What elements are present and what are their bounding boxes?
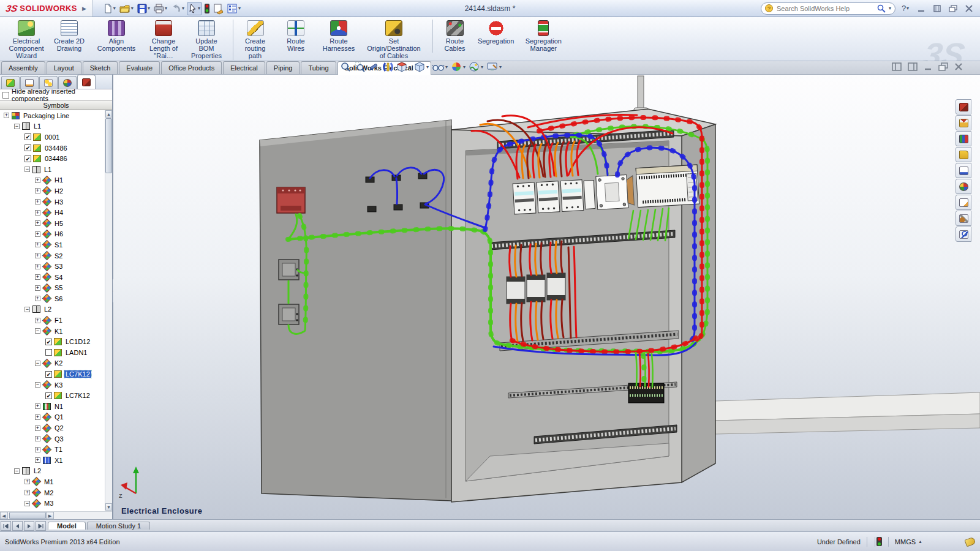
plus-toggle[interactable]: +: [35, 253, 40, 258]
minus-toggle[interactable]: −: [14, 124, 20, 129]
plus-toggle[interactable]: +: [4, 113, 9, 118]
search-scope-arrow[interactable]: ▾: [889, 6, 891, 11]
help-search-box[interactable]: ? ▾: [761, 2, 895, 15]
tab-assembly[interactable]: Assembly: [1, 61, 45, 74]
show-right-pane-button[interactable]: [908, 62, 918, 71]
tab-hierarchy[interactable]: [39, 76, 58, 89]
tree-item[interactable]: + H6: [0, 229, 105, 240]
hide-show-items-button[interactable]: ▾: [432, 62, 448, 72]
ribbon-length-button[interactable]: Change Length of "Rai…: [143, 20, 184, 60]
plus-toggle[interactable]: +: [35, 414, 40, 420]
visibility-checkbox[interactable]: [24, 133, 31, 140]
tree-vertical-scrollbar[interactable]: ▲ ▼: [105, 110, 112, 511]
tree-item[interactable]: + Q3: [0, 433, 105, 444]
tree-item[interactable]: + S4: [0, 272, 105, 283]
tree-item[interactable]: LC1D12: [0, 336, 105, 347]
zoom-to-selection-button[interactable]: [369, 62, 379, 72]
plus-toggle[interactable]: +: [35, 178, 40, 183]
tree-item[interactable]: − L1: [0, 164, 105, 175]
conveyor[interactable]: [715, 392, 980, 434]
plus-toggle[interactable]: +: [35, 318, 40, 323]
tab-view-palette[interactable]: [956, 163, 971, 178]
plus-toggle[interactable]: +: [35, 447, 40, 452]
edit-appearance-button[interactable]: ▾: [451, 62, 466, 72]
dropdown-arrow[interactable]: ▾: [445, 64, 448, 70]
close-button[interactable]: [963, 4, 975, 13]
tab-motion-study-1[interactable]: Motion Study 1: [87, 522, 150, 530]
tree-item[interactable]: − L1: [0, 121, 105, 132]
plus-toggle[interactable]: +: [35, 264, 40, 269]
last-tab-button[interactable]: [36, 521, 46, 531]
tab-electrical-manager[interactable]: [956, 99, 971, 114]
tree-item[interactable]: + H2: [0, 186, 105, 197]
tab-appearances[interactable]: [58, 76, 77, 89]
visibility-checkbox[interactable]: [45, 371, 52, 378]
tab-custom-properties[interactable]: [956, 195, 971, 210]
ribbon-wizard-button[interactable]: Electrical Component Wizard: [6, 20, 47, 60]
tree-item[interactable]: + N1: [0, 401, 105, 412]
dropdown-arrow[interactable]: ▾: [499, 64, 502, 70]
tree-item[interactable]: + S6: [0, 293, 105, 304]
dropdown-arrow[interactable]: ▾: [463, 64, 466, 70]
tab-model[interactable]: Model: [48, 522, 86, 530]
scrollbar-thumb[interactable]: [9, 512, 46, 519]
tree-item[interactable]: LC7K12: [0, 369, 105, 380]
ribbon-align-button[interactable]: Align Components: [92, 20, 141, 53]
cascade-windows-button[interactable]: [947, 4, 959, 13]
tab-components[interactable]: [1, 76, 20, 89]
plus-toggle[interactable]: +: [24, 490, 30, 495]
door-pilot-device[interactable]: [277, 187, 305, 213]
tree-item[interactable]: − K1: [0, 326, 105, 337]
visibility-checkbox[interactable]: [45, 349, 52, 356]
tree-item[interactable]: + X1: [0, 455, 105, 466]
tree-item[interactable]: + H1: [0, 175, 105, 186]
unit-system-selector[interactable]: MMGS ▲: [895, 538, 922, 545]
scroll-up-button[interactable]: ▲: [105, 110, 112, 118]
status-traffic-light-icon[interactable]: [876, 537, 882, 546]
tree-item[interactable]: + S5: [0, 283, 105, 294]
tree-item[interactable]: 034486: [0, 153, 105, 164]
tree-item[interactable]: + Q1: [0, 412, 105, 423]
display-style-button[interactable]: ▾: [415, 62, 429, 72]
apply-scene-button[interactable]: ▾: [469, 62, 483, 72]
tab-routing-library[interactable]: [956, 211, 971, 226]
plus-toggle[interactable]: +: [35, 220, 40, 226]
section-view-button[interactable]: [383, 62, 393, 72]
scrollbar-thumb[interactable]: [105, 118, 112, 173]
graphics-viewport[interactable]: Z Electrical Enclosure: [113, 75, 980, 519]
tree-item[interactable]: − L2: [0, 466, 105, 477]
tree-item[interactable]: + M1: [0, 476, 105, 487]
visibility-checkbox[interactable]: [45, 339, 52, 345]
tab-electrical[interactable]: Electrical: [223, 61, 265, 74]
contactor-row[interactable]: [507, 273, 565, 304]
tab-appearances[interactable]: [956, 179, 971, 194]
tree-item[interactable]: + H4: [0, 207, 105, 218]
plus-toggle[interactable]: +: [35, 425, 40, 431]
ribbon-cables-button[interactable]: Route Cables: [432, 20, 473, 53]
tab-solidworks-resources[interactable]: [956, 115, 971, 130]
tree-item[interactable]: − L2: [0, 304, 105, 315]
tree-item[interactable]: + F1: [0, 315, 105, 326]
tab-layout[interactable]: Layout: [47, 61, 81, 74]
view-orientation-button[interactable]: ▾: [397, 62, 411, 72]
plus-toggle[interactable]: +: [35, 210, 40, 216]
dropdown-arrow[interactable]: ▾: [481, 64, 483, 70]
dropdown-arrow[interactable]: ▾: [426, 64, 429, 70]
tab-tubing[interactable]: Tubing: [301, 61, 336, 74]
zoom-to-area-button[interactable]: [355, 62, 365, 72]
ribbon-segregation-button[interactable]: Segregation: [475, 20, 516, 45]
interference-check-button[interactable]: [203, 2, 211, 15]
plus-toggle[interactable]: +: [35, 285, 40, 291]
tree-item[interactable]: + Packaging Line: [0, 110, 105, 121]
undo-button[interactable]: ▾: [170, 2, 186, 15]
plus-toggle[interactable]: +: [35, 403, 40, 409]
plus-toggle[interactable]: +: [35, 188, 40, 193]
ribbon-path-button[interactable]: Create routing path: [233, 20, 273, 60]
search-icon[interactable]: [877, 4, 886, 13]
ribbon-segmanager-button[interactable]: Segregation Manager: [519, 20, 568, 53]
terminal-block[interactable]: [628, 383, 664, 403]
ribbon-bom-button[interactable]: Update BOM Properties: [186, 20, 227, 60]
tree-item[interactable]: 034486: [0, 143, 105, 154]
plus-toggle[interactable]: +: [35, 242, 40, 247]
tree-item[interactable]: 0001: [0, 132, 105, 143]
